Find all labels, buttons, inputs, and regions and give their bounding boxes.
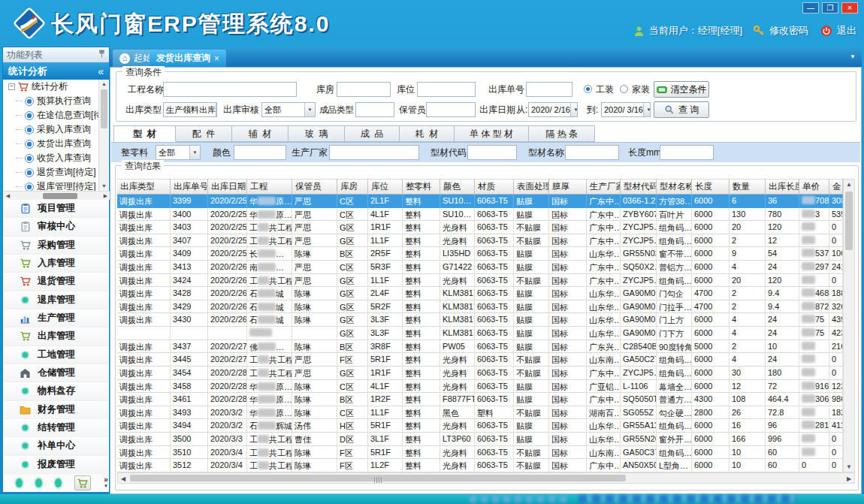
tab-shipping-outbound-query[interactable]: 发货出库查询 × xyxy=(150,50,226,67)
tree-expander-icon[interactable]: − xyxy=(8,83,15,90)
table-row[interactable]: 调拨出库33992020/2/25华原…严思C区2L1F整料SU10…6063-… xyxy=(117,195,843,208)
table-row[interactable]: G区3L3F整料KLM38176063-T5贴膜国标山东华…GA90M09…门下… xyxy=(117,327,843,340)
table-row[interactable]: 调拨出库34372020/2/27佛…陈琳B区3R8F整料PW056063-T5… xyxy=(117,340,843,354)
column-header-型材代码[interactable]: 型材代码 xyxy=(621,179,657,195)
table-row[interactable]: 调拨出库34932020/3/2华原…陈琳C区1L1F整料黑色塑料不贴膜国标湖南… xyxy=(117,406,843,420)
sidebar-item-退库管理[interactable]: 退库管理 xyxy=(4,291,108,309)
tab-close-icon[interactable]: × xyxy=(214,53,219,64)
tree-item-在途信息查询[待[interactable]: 在途信息查询[待 xyxy=(4,108,98,122)
column-header-数量[interactable]: 数量 xyxy=(730,179,766,195)
table-row[interactable]: 调拨出库34092020/2/25长…陈琳B区2R5F整料LI35HD6063-… xyxy=(117,247,843,261)
color-input[interactable] xyxy=(234,145,286,160)
table-row[interactable]: 调拨出库34942020/3/2石辉城汤伟H区5R1F整料光身料6063-T5贴… xyxy=(117,419,843,433)
column-header-颜色[interactable]: 颜色 xyxy=(440,179,475,195)
material-tab-型材[interactable]: 型 材 xyxy=(113,125,176,142)
scroll-up-icon[interactable]: ▲ xyxy=(99,80,109,89)
column-header-出库单号[interactable]: 出库单号 xyxy=(171,179,208,195)
sidebar-item-财务管理[interactable]: 财务管理 xyxy=(4,401,108,419)
column-header-长度[interactable]: 长度 xyxy=(692,179,730,195)
column-header-型材名称[interactable]: 型材名称 xyxy=(657,179,692,195)
quick-cart-button[interactable] xyxy=(74,475,91,490)
profile-name-input[interactable] xyxy=(565,145,619,160)
audit-select[interactable]: 全部 ▼ xyxy=(261,102,316,117)
tree-item-退库管理[待定][interactable]: 退库管理[待定] xyxy=(4,180,98,191)
sidebar-item-入库管理[interactable]: 入库管理 xyxy=(4,255,108,273)
sidebar-item-结转管理[interactable]: 结转管理 xyxy=(4,419,108,437)
table-vertical-scrollbar[interactable]: ▲ ▼ xyxy=(843,179,855,472)
scroll-down-icon[interactable]: ▼ xyxy=(844,463,854,470)
scrollbar-thumb[interactable] xyxy=(43,193,77,199)
length-input[interactable] xyxy=(660,145,714,160)
material-tab-玻璃[interactable]: 玻 璃 xyxy=(289,125,345,142)
profile-code-input[interactable] xyxy=(467,145,517,160)
quick-dot-icon[interactable] xyxy=(55,478,62,487)
collapse-icon[interactable]: « xyxy=(98,65,104,77)
sidebar-item-退货管理[interactable]: 退货管理 xyxy=(4,273,108,291)
sidebar-item-工地管理[interactable]: 工地管理 xyxy=(4,346,108,364)
material-tab-配件[interactable]: 配 件 xyxy=(176,125,232,142)
sidebar-item-项目管理[interactable]: 项目管理 xyxy=(4,200,108,218)
maker-input[interactable] xyxy=(329,145,419,160)
column-header-表面处理[interactable]: 表面处理 xyxy=(514,179,549,195)
date-to-select[interactable]: 2020/ 3/16 ▼ xyxy=(601,102,651,117)
tree-item-采购入库查询[interactable]: 采购入库查询 xyxy=(4,122,98,137)
column-header-金[interactable]: 金 xyxy=(829,179,843,195)
sidebar-item-出库管理[interactable]: 出库管理 xyxy=(4,327,108,346)
whole-part-select[interactable]: 全部 ▼ xyxy=(156,145,201,160)
table-row[interactable]: 调拨出库34032020/2/25工共工程严思G区1R1F整料光身料6063-T… xyxy=(117,221,843,234)
change-password-link[interactable]: 修改密码 xyxy=(769,24,808,38)
logout-link[interactable]: 退出 xyxy=(837,24,856,38)
order-no-input[interactable] xyxy=(526,82,572,97)
outbound-type-select[interactable]: 生产领料出库 ▼ xyxy=(163,102,217,117)
sidebar-item-物料盘存[interactable]: 物料盘存 xyxy=(4,382,108,400)
column-header-膜厚[interactable]: 膜厚 xyxy=(549,179,587,195)
table-row[interactable]: 调拨出库34002020/2/25华原…严思C区4L1F整料SU10…6063-… xyxy=(117,208,843,222)
location-input[interactable] xyxy=(417,82,476,97)
column-header-生产厂家[interactable]: 生产厂家 xyxy=(587,179,621,195)
material-tab-耗材[interactable]: 耗 材 xyxy=(400,125,455,142)
quick-dot-icon[interactable] xyxy=(35,478,42,487)
sidebar-item-生产管理[interactable]: 生产管理 xyxy=(4,309,108,327)
minimize-button[interactable]: — xyxy=(802,2,819,14)
more-buttons-icon[interactable]: »▼ xyxy=(104,477,108,489)
scroll-left-icon[interactable]: ◀ xyxy=(119,475,127,482)
table-row[interactable]: 调拨出库34452020/2/27工共工程严思F区5R1F整料光身料6063-T… xyxy=(117,353,843,367)
quick-dot-icon[interactable] xyxy=(16,478,23,487)
scrollbar-thumb[interactable] xyxy=(845,192,853,250)
close-button[interactable]: × xyxy=(841,2,858,14)
column-header-工程[interactable]: 工程 xyxy=(247,179,292,195)
table-row[interactable]: 调拨出库34132020/2/26南…严思C区5R3F整料G714226063-… xyxy=(117,261,843,274)
scroll-right-icon[interactable]: ▶ xyxy=(845,475,853,482)
tree-vertical-scrollbar[interactable]: ▲ ▼ xyxy=(98,80,108,191)
tree-item-收货入库查询[interactable]: 收货入库查询 xyxy=(4,151,98,165)
sidebar-item-审核中心[interactable]: 审核中心 xyxy=(4,218,108,236)
tree-root-statistics[interactable]: − 统计分析 xyxy=(4,80,98,94)
material-tab-辅材[interactable]: 辅 材 xyxy=(232,125,289,142)
sidebar-item-报废管理[interactable]: 报废管理 xyxy=(4,456,108,474)
table-row[interactable]: 调拨出库34302020/2/26石城陈琳G区3L3F整料KLM38176063… xyxy=(117,313,843,327)
tree-item-预算执行查询[interactable]: 预算执行查询 xyxy=(4,94,98,108)
scroll-down-icon[interactable]: ▼ xyxy=(99,182,109,191)
tree-item-发货出库查询[interactable]: 发货出库查询 xyxy=(4,137,98,151)
table-row[interactable]: 调拨出库35122020/3/4工共工程陈琳F区1L2F整料光身料6063-T5… xyxy=(117,459,843,472)
table-row[interactable]: 调拨出库34282020/2/26石城陈琳G区2L4F整料KLM38176063… xyxy=(117,287,843,300)
tree-item-退货查询[待定][interactable]: 退货查询[待定] xyxy=(4,165,98,180)
tab-overflow-icon[interactable]: ▼ xyxy=(850,53,856,60)
column-header-出库日期[interactable]: 出库日期 xyxy=(208,179,247,195)
keeper-input[interactable] xyxy=(426,102,476,117)
date-from-select[interactable]: 2020/ 2/16 ▼ xyxy=(528,102,578,117)
table-row[interactable]: 调拨出库34582020/2/28华原…陈琳C区4L1F整料光身料6063-T5… xyxy=(117,380,843,394)
column-header-保管员[interactable]: 保管员 xyxy=(292,179,337,195)
table-row[interactable]: 调拨出库35002020/3/3工共工程曹佳D区3L1F整料LT3P606063… xyxy=(117,433,843,446)
column-header-单价[interactable]: 单价 xyxy=(799,179,829,195)
column-header-库位[interactable]: 库位 xyxy=(368,179,403,195)
radio-jiazhuang[interactable] xyxy=(620,85,628,93)
sidebar-item-采购管理[interactable]: 采购管理 xyxy=(4,237,108,255)
column-header-整零料[interactable]: 整零料 xyxy=(403,179,440,195)
product-type-input[interactable] xyxy=(355,102,394,117)
scrollbar-thumb[interactable] xyxy=(130,475,626,481)
table-row[interactable]: 调拨出库34072020/2/25工共工程严思G区1L1F整料光身料6063-T… xyxy=(117,234,843,248)
search-button[interactable]: 查 询 xyxy=(654,101,709,118)
sidebar-item-补单中心[interactable]: 补单中心 xyxy=(4,437,108,455)
table-row[interactable]: 调拨出库34542020/2/28工共工程严思G区1R1F整料光身料6063-T… xyxy=(117,367,843,380)
